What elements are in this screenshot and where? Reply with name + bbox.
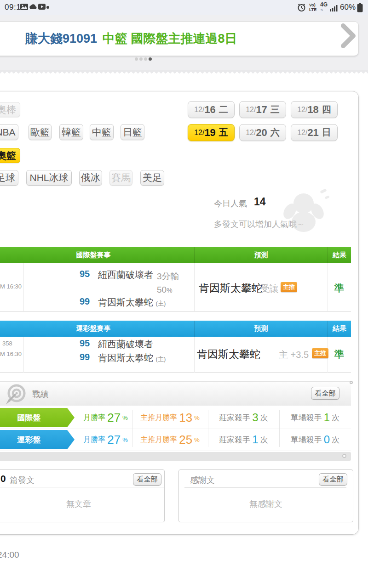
divider xyxy=(132,410,132,447)
battery-percent: 60% xyxy=(340,3,356,12)
sports-pred-header: 預測 xyxy=(194,321,328,337)
sports-record-pennant: 運彩盤 xyxy=(0,430,75,449)
category-zhonglan[interactable]: 中籃 xyxy=(90,124,114,140)
date-button-1220[interactable]: 12/20六 xyxy=(239,124,286,141)
date-button-1221[interactable]: 12/21日 xyxy=(291,124,338,141)
posts-label: 篇發文 xyxy=(10,475,34,486)
intl-banker-killer: 莊家殺手3次 xyxy=(208,407,279,429)
date-button-1219-selected[interactable]: 12/19五 xyxy=(188,124,235,141)
category-saima: 賽馬 xyxy=(109,170,132,186)
intl-win-rate: 月勝率27% xyxy=(79,407,132,429)
sports-win-rate: 月勝率27% xyxy=(79,429,132,451)
sports-result-value: 準 xyxy=(334,348,344,361)
intl-pred-header: 預測 xyxy=(194,247,328,263)
sports-away-team: 紐西蘭破壞者 xyxy=(98,338,153,351)
carousel-dot[interactable] xyxy=(135,57,138,61)
intl-game-time: M 16:30 xyxy=(0,283,22,290)
gallery-icon xyxy=(20,4,28,10)
intl-home-number: 99 xyxy=(80,296,90,307)
category-hanlan[interactable]: 韓籃 xyxy=(59,124,83,140)
intl-result-value: 準 xyxy=(334,282,344,294)
thanks-label: 感謝文 xyxy=(190,475,215,486)
sports-prediction-team: 肯因斯太攀蛇 xyxy=(197,347,260,362)
intl-event-header: 國際盤賽事 xyxy=(0,247,194,263)
sports-game-number: 358 xyxy=(2,340,12,347)
volte-indicator: Vo)LTE xyxy=(309,3,316,12)
carousel-dot[interactable] xyxy=(139,57,143,61)
cloud-icon xyxy=(29,4,37,10)
thanks-view-all-button[interactable]: 看全部 xyxy=(319,473,347,486)
intl-home-team: 肯因斯太攀蛇 (主) xyxy=(98,296,166,309)
sports-single-killer: 單場殺手0次 xyxy=(279,429,351,451)
record-panel-footer xyxy=(0,452,351,461)
intl-result-header: 結果 xyxy=(328,247,351,263)
divider xyxy=(184,487,346,488)
record-view-all-button[interactable]: 看全部 xyxy=(311,387,339,400)
carousel-next-icon[interactable] xyxy=(340,23,357,49)
alarm-icon xyxy=(297,3,306,12)
intl-record-pennant: 國際盤 xyxy=(0,408,75,427)
sports-banker-killer: 莊家殺手1次 xyxy=(208,429,279,451)
divider xyxy=(194,263,195,312)
category-aobang: 奧棒 xyxy=(0,102,20,117)
posts-view-all-button[interactable]: 看全部 xyxy=(133,473,161,486)
banner-subtitle: 中籃 國際盤主推連過8日 xyxy=(103,30,237,47)
battery-icon xyxy=(357,3,363,12)
category-ebing[interactable]: 俄冰 xyxy=(79,170,102,186)
posts-count: 0 xyxy=(0,473,6,484)
main-push-badge: 主推 xyxy=(312,348,328,358)
category-aolan-selected[interactable]: 奧籃 xyxy=(0,148,20,163)
banner-username: 賺大錢91091 xyxy=(25,30,97,47)
category-zuqiu[interactable]: 足球 xyxy=(0,170,18,186)
date-button-1218[interactable]: 12/18四 xyxy=(291,101,338,118)
category-rilan[interactable]: 日籃 xyxy=(121,124,144,140)
sports-prediction-note: 主 +3.5 xyxy=(279,349,309,361)
main-push-badge: 主推 xyxy=(281,282,297,292)
status-bar: 09:16 Vo)LTE 4G↑↓ 60% xyxy=(0,0,368,15)
date-button-1217[interactable]: 12/17三 xyxy=(239,101,286,118)
divider xyxy=(23,263,24,312)
sports-main-push-rate: 主推月勝率25% xyxy=(132,429,208,451)
profile-content-card xyxy=(0,91,359,535)
carousel-dot-active[interactable] xyxy=(149,57,152,61)
divider xyxy=(194,337,195,373)
divider xyxy=(208,410,208,447)
carousel-dots[interactable] xyxy=(135,57,152,61)
posts-card: 0 篇發文 看全部 無文章 xyxy=(0,469,165,522)
card-right-edge xyxy=(359,75,359,557)
intl-prediction-team: 肯因斯太攀蛇 xyxy=(199,281,262,295)
intl-main-push-rate: 主推月勝率13% xyxy=(132,407,208,429)
play-video-icon xyxy=(38,4,46,10)
intl-odds-line: 3分輸 xyxy=(157,271,179,283)
divider xyxy=(23,337,24,373)
signal-bars-icon xyxy=(330,5,338,11)
date-button-1216[interactable]: 12/16二 xyxy=(188,101,235,118)
popularity-label: 今日人氣 xyxy=(214,198,247,209)
zigzag-divider xyxy=(0,70,368,75)
intl-table-header: 國際盤賽事 預測 結果 xyxy=(0,247,351,263)
promo-banner[interactable]: 賺大錢91091 中籃 國際盤主推連過8日 xyxy=(0,21,359,56)
sports-game-time: M 16:30 xyxy=(0,351,22,357)
intl-away-number: 95 xyxy=(80,269,90,279)
record-panel-header xyxy=(0,381,351,406)
android-nav-bar xyxy=(0,558,368,588)
thanks-card: 感謝文 看全部 無感謝文 xyxy=(178,469,353,522)
intl-odds-percent: 50% xyxy=(157,285,172,295)
posts-empty-text: 無文章 xyxy=(0,498,164,509)
network-4g-indicator: 4G↑↓ xyxy=(320,2,328,12)
mascot-watermark xyxy=(252,186,335,232)
category-meizu[interactable]: 美足 xyxy=(140,170,164,186)
divider xyxy=(0,451,351,451)
category-oulan[interactable]: 歐籃 xyxy=(29,124,52,140)
category-nba[interactable]: NBA xyxy=(0,124,18,140)
sports-result-header: 結果 xyxy=(328,321,351,337)
target-dart-icon xyxy=(5,383,28,406)
screen: 09:16 Vo)LTE 4G↑↓ 60% xyxy=(0,0,368,588)
divider xyxy=(328,263,328,312)
intl-away-team: 紐西蘭破壞者 xyxy=(98,269,153,281)
rivet-decoration xyxy=(342,454,346,458)
category-nhl[interactable]: NHL冰球 xyxy=(26,170,72,186)
clipped-timestamp: 24:00 xyxy=(0,550,48,558)
notification-dot-icon xyxy=(46,6,49,9)
carousel-dot[interactable] xyxy=(144,57,147,61)
